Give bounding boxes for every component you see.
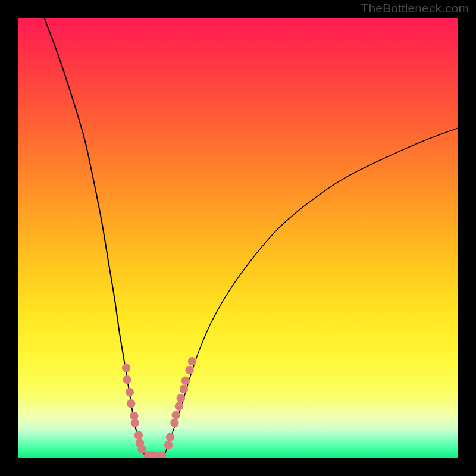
data-points-group <box>122 357 196 458</box>
data-point <box>188 357 196 365</box>
data-point <box>126 388 134 396</box>
data-point <box>158 451 166 458</box>
data-point <box>134 431 143 439</box>
data-point <box>171 411 180 419</box>
data-point <box>164 441 173 449</box>
data-point <box>177 394 185 402</box>
data-point <box>137 445 146 453</box>
data-point <box>170 419 178 427</box>
watermark-text: TheBottleneck.com <box>361 1 469 15</box>
data-point <box>181 377 190 385</box>
plot-area <box>18 18 458 458</box>
data-point <box>122 364 130 372</box>
data-point <box>185 366 193 374</box>
data-point <box>166 433 174 441</box>
data-point <box>131 419 139 427</box>
chart-frame: TheBottleneck.com <box>0 0 476 476</box>
curve-right-branch <box>163 128 458 458</box>
curve-group <box>44 18 458 458</box>
data-point <box>127 399 135 408</box>
data-point <box>180 385 188 393</box>
data-point <box>123 375 131 384</box>
chart-svg <box>18 18 458 458</box>
data-point <box>175 402 183 410</box>
